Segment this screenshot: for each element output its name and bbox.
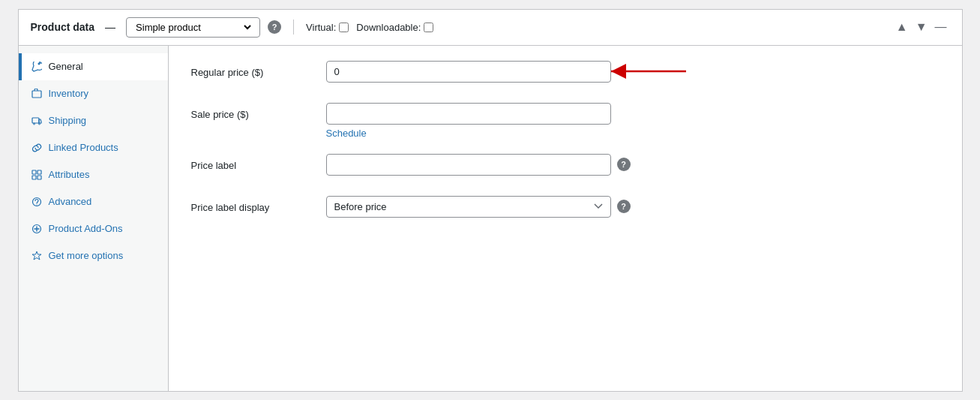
product-data-body: General Inventory bbox=[19, 46, 962, 391]
main-content: Regular price ($) bbox=[169, 46, 962, 391]
sale-price-input[interactable] bbox=[326, 103, 611, 125]
header-dash: — bbox=[105, 21, 115, 33]
virtual-label-text: Virtual: bbox=[306, 22, 336, 33]
sale-price-label: Sale price ($) bbox=[191, 103, 326, 120]
sidebar-item-advanced[interactable]: Advanced bbox=[19, 188, 168, 215]
virtual-checkbox-label[interactable]: Virtual: bbox=[306, 22, 349, 33]
sidebar-item-advanced-label: Advanced bbox=[49, 196, 92, 207]
sidebar-item-attributes-label: Attributes bbox=[49, 169, 90, 180]
price-label-field: ? bbox=[326, 154, 940, 176]
schedule-link[interactable]: Schedule bbox=[326, 128, 940, 139]
attributes-icon bbox=[31, 169, 43, 181]
price-label-row: Price label ? bbox=[191, 154, 940, 181]
price-label-display-select[interactable]: Before price After price Hidden bbox=[326, 196, 611, 218]
regular-price-input[interactable] bbox=[326, 61, 611, 83]
collapse-button[interactable]: — bbox=[932, 19, 950, 35]
price-label-display-row: Price label display Before price After p… bbox=[191, 196, 940, 223]
svg-rect-0 bbox=[32, 91, 41, 98]
product-data-box: Product data — Simple product Variable p… bbox=[18, 9, 963, 392]
sidebar-item-product-addons[interactable]: Product Add-Ons bbox=[19, 215, 168, 242]
svg-point-9 bbox=[36, 204, 37, 205]
sale-price-row: Sale price ($) Schedule bbox=[191, 103, 940, 139]
svg-rect-6 bbox=[32, 176, 36, 179]
product-type-help-icon[interactable]: ? bbox=[268, 20, 281, 34]
regular-price-label: Regular price ($) bbox=[191, 61, 326, 78]
sale-price-field: Schedule bbox=[326, 103, 940, 139]
svg-rect-4 bbox=[32, 170, 36, 174]
sidebar-item-shipping-label: Shipping bbox=[49, 115, 87, 126]
more-icon bbox=[31, 250, 43, 262]
sidebar-item-general[interactable]: General bbox=[19, 53, 168, 80]
sidebar-item-linked-products[interactable]: Linked Products bbox=[19, 134, 168, 161]
svg-point-3 bbox=[38, 123, 40, 125]
arrow-annotation bbox=[326, 61, 611, 83]
product-data-header: Product data — Simple product Variable p… bbox=[19, 10, 962, 46]
svg-rect-1 bbox=[32, 118, 39, 123]
price-label-help-icon[interactable]: ? bbox=[617, 158, 631, 171]
regular-price-field bbox=[326, 61, 940, 83]
price-label-display-help-icon[interactable]: ? bbox=[617, 200, 631, 213]
inventory-icon bbox=[31, 88, 43, 100]
sidebar-item-inventory-label: Inventory bbox=[49, 88, 88, 99]
product-type-dropdown[interactable]: Simple product Variable product Grouped … bbox=[133, 21, 253, 34]
price-label-display-field: Before price After price Hidden ? bbox=[326, 196, 940, 218]
price-label-display-with-help: Before price After price Hidden ? bbox=[326, 196, 940, 218]
red-arrow-annotation bbox=[604, 60, 694, 83]
price-label-label: Price label bbox=[191, 154, 326, 171]
sidebar-item-shipping[interactable]: Shipping bbox=[19, 107, 168, 134]
sidebar-item-attributes[interactable]: Attributes bbox=[19, 161, 168, 188]
wrench-icon bbox=[31, 61, 43, 73]
svg-rect-5 bbox=[37, 170, 41, 174]
sidebar-item-general-label: General bbox=[49, 61, 83, 72]
product-data-label: Product data bbox=[31, 21, 95, 33]
sidebar: General Inventory bbox=[19, 46, 169, 391]
addon-icon bbox=[31, 223, 43, 235]
sidebar-item-more-label: Get more options bbox=[49, 250, 124, 261]
regular-price-row: Regular price ($) bbox=[191, 61, 940, 88]
scroll-up-button[interactable]: ▲ bbox=[893, 19, 911, 35]
link-icon bbox=[31, 142, 43, 154]
header-arrows: ▲ ▼ — bbox=[893, 19, 950, 35]
advanced-icon bbox=[31, 196, 43, 208]
sidebar-item-inventory[interactable]: Inventory bbox=[19, 80, 168, 107]
product-type-select[interactable]: Simple product Variable product Grouped … bbox=[126, 17, 260, 38]
scroll-down-button[interactable]: ▼ bbox=[913, 19, 931, 35]
svg-rect-7 bbox=[37, 176, 41, 179]
downloadable-label-text: Downloadable: bbox=[356, 22, 421, 33]
price-label-with-help: ? bbox=[326, 154, 940, 176]
price-label-display-label: Price label display bbox=[191, 196, 326, 213]
virtual-checkbox[interactable] bbox=[339, 23, 349, 32]
price-label-input[interactable] bbox=[326, 154, 611, 176]
sidebar-item-get-more[interactable]: Get more options bbox=[19, 242, 168, 269]
shipping-icon bbox=[31, 115, 43, 127]
divider bbox=[293, 20, 294, 35]
downloadable-checkbox[interactable] bbox=[424, 23, 433, 32]
sidebar-item-linked-products-label: Linked Products bbox=[49, 142, 118, 153]
sidebar-item-addons-label: Product Add-Ons bbox=[49, 223, 123, 234]
svg-point-2 bbox=[33, 123, 34, 125]
downloadable-checkbox-label[interactable]: Downloadable: bbox=[356, 22, 433, 33]
